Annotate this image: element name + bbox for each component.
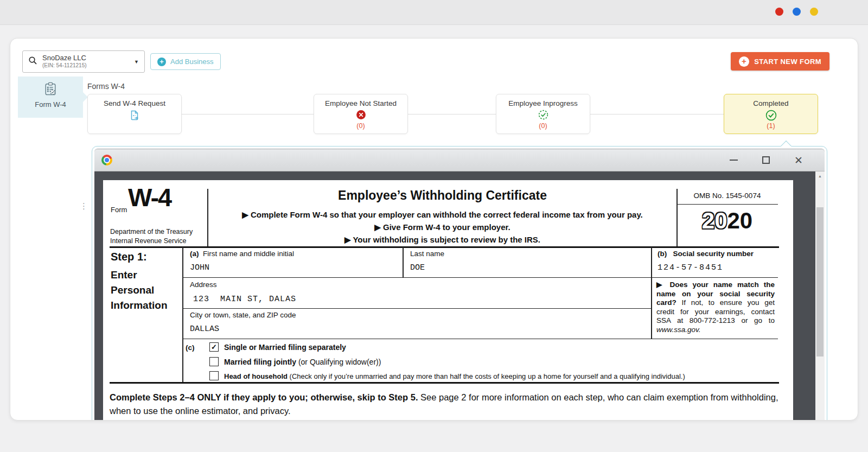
section-rule <box>110 246 779 248</box>
inprogress-icon <box>496 109 590 122</box>
pdf-scrollbar[interactable]: ▲ <box>815 171 825 421</box>
yellow-dot-icon <box>810 8 818 16</box>
omb-number: OMB No. 1545-0074 <box>676 192 778 200</box>
sidebar-item-label: Form W-4 <box>18 100 83 109</box>
ssa-note-link: www.ssa.gov. <box>656 326 701 334</box>
filing-single-label: Single or Married filing separately <box>224 343 346 352</box>
send-request-icon <box>88 109 181 122</box>
divider <box>651 247 652 339</box>
add-plus-icon: + <box>157 58 166 66</box>
start-plus-icon: + <box>739 56 749 67</box>
add-business-button[interactable]: + Add Business <box>150 53 221 70</box>
form-word: Form <box>111 206 127 214</box>
card-label: Employee Inprogress <box>496 99 590 107</box>
flow-connector <box>408 114 496 114</box>
add-business-label: Add Business <box>170 58 214 66</box>
city-value[interactable]: DALLAS <box>190 324 219 334</box>
blue-dot-icon <box>793 8 801 16</box>
last-name-value[interactable]: DOE <box>410 263 425 272</box>
card-completed[interactable]: Completed (1) <box>724 94 818 134</box>
card-count: (0) <box>496 122 590 130</box>
address-value[interactable]: 123 MAIN ST, DALAS <box>193 295 296 304</box>
first-name-value[interactable]: JOHN <box>190 263 209 272</box>
form-title: Employee’s Withholding Certificate <box>208 188 676 203</box>
divider <box>182 277 778 278</box>
ssn-label: (b) Social security number <box>658 250 754 258</box>
city-label: City or town, state, and ZIP code <box>190 311 296 319</box>
filing-hoh-label: Head of household <box>224 372 288 380</box>
step1-sub2: Personal <box>111 284 154 296</box>
sidebar-item-form-w4[interactable]: Form W-4 <box>18 77 83 118</box>
form-number: W-4 <box>128 182 171 212</box>
card-label: Send W-4 Request <box>88 99 181 107</box>
card-label: Completed <box>724 99 818 107</box>
card-employee-inprogress[interactable]: Employee Inprogress (0) <box>496 94 590 134</box>
steps-note: Complete Steps 2–4 ONLY if they apply to… <box>110 391 779 418</box>
browser-title-bar[interactable]: ✕ <box>94 149 825 171</box>
w4-form-page: Form W-4 Department of the Treasury Inte… <box>103 180 793 421</box>
field-c-prefix: (c) <box>186 343 195 352</box>
field-a-prefix: (a) <box>190 250 199 258</box>
business-ein: (EIN: 54-1121215) <box>42 62 129 69</box>
business-name: SnoDaze LLC <box>42 54 129 62</box>
app-window: SnoDaze LLC (EIN: 54-1121215) ▼ + Add Bu… <box>10 38 858 421</box>
divider <box>182 339 778 339</box>
more-vertical-icon: ⋮ <box>80 204 83 208</box>
card-employee-not-started[interactable]: Employee Not Started (0) <box>314 94 408 134</box>
close-icon[interactable]: ✕ <box>794 155 803 165</box>
form-instruction-2: ▶ Give Form W-4 to your employer. <box>208 222 676 232</box>
scroll-up-icon[interactable]: ▲ <box>815 171 825 181</box>
form-w4-icon <box>43 89 58 98</box>
section-rule <box>110 382 779 384</box>
divider <box>182 247 183 382</box>
page-title: Forms W-4 <box>87 82 125 91</box>
caret-down-icon[interactable]: ▼ <box>134 59 139 65</box>
ssn-value[interactable]: 124-57-8451 <box>658 263 723 272</box>
completed-preview-popup: ✕ Form W-4 Department of the Treasury In… <box>92 146 827 421</box>
chrome-icon <box>101 155 112 165</box>
pdf-viewer: Form W-4 Department of the Treasury Inte… <box>94 171 825 421</box>
form-instruction-3: ▶ Your withholding is subject to review … <box>208 235 676 245</box>
step1-title: Step 1: <box>111 251 147 263</box>
form-year: 2020 <box>676 208 778 234</box>
card-count: (1) <box>724 122 818 130</box>
browser-window: ✕ Form W-4 Department of the Treasury In… <box>94 149 825 421</box>
start-new-form-label: START NEW FORM <box>754 58 821 66</box>
divider <box>676 204 778 205</box>
search-icon <box>28 56 37 67</box>
ssa-note: ▶ Does your name match the name on your … <box>656 281 775 334</box>
dept-line2: Internal Revenue Service <box>110 237 193 246</box>
filing-married-label: Married filing jointly <box>224 358 296 366</box>
flow-connector <box>590 114 724 114</box>
card-send-w4-request[interactable]: Send W-4 Request <box>87 94 182 134</box>
checkbox-head-of-household[interactable] <box>209 371 219 380</box>
system-dots <box>775 8 818 16</box>
first-name-label: First name and middle initial <box>199 250 295 258</box>
step1-sub1: Enter <box>111 269 137 281</box>
flow-connector <box>182 114 314 114</box>
minimize-icon[interactable] <box>730 160 738 161</box>
business-selector[interactable]: SnoDaze LLC (EIN: 54-1121215) ▼ <box>22 50 145 73</box>
dept-line1: Department of the Treasury <box>110 227 193 237</box>
red-dot-icon <box>775 8 783 16</box>
checkbox-married-jointly[interactable] <box>209 357 219 366</box>
not-started-icon <box>314 109 407 122</box>
system-top-bar <box>0 0 868 25</box>
card-count: (0) <box>314 122 407 130</box>
steps-note-bold: Complete Steps 2–4 ONLY if they apply to… <box>110 392 418 402</box>
maximize-icon[interactable] <box>762 156 770 164</box>
step1-sub3: Information <box>111 300 168 311</box>
completed-icon <box>724 109 818 122</box>
checkbox-single[interactable]: ✓ <box>209 342 219 352</box>
divider <box>182 308 651 309</box>
last-name-label: Last name <box>410 250 444 258</box>
start-new-form-button[interactable]: + START NEW FORM <box>731 52 829 71</box>
divider <box>403 247 404 278</box>
card-label: Employee Not Started <box>314 99 407 107</box>
scrollbar-thumb[interactable] <box>816 207 824 356</box>
form-instruction-1: ▶ Complete Form W-4 so that your employe… <box>208 210 676 220</box>
address-label: Address <box>190 281 217 289</box>
